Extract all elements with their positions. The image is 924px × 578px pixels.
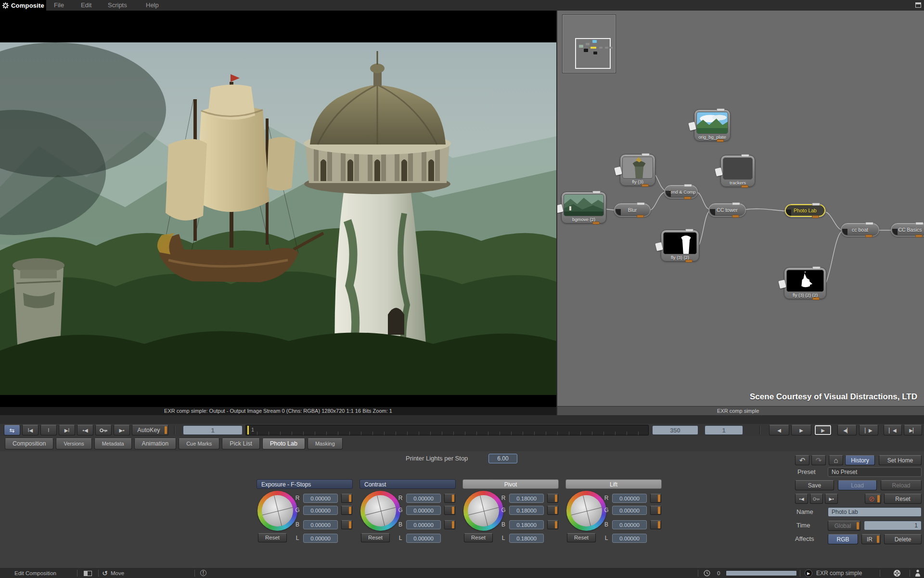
end-frame-field[interactable] [652, 425, 698, 435]
lift-g-field[interactable] [612, 506, 647, 515]
contrast-color-wheel[interactable] [360, 491, 400, 531]
node-output-tab[interactable] [637, 202, 645, 205]
lift-b-anim-button[interactable] [650, 520, 661, 529]
node-fly322[interactable]: fly (3) (2) (2) [784, 267, 826, 299]
tab-pick-list[interactable]: Pick List [222, 438, 260, 449]
prev-keyframe-param-button[interactable]: ▪◀ [795, 494, 808, 504]
tab-metadata[interactable]: Metadata [94, 438, 132, 449]
step-field[interactable] [705, 425, 743, 435]
node-output-tab[interactable] [915, 222, 924, 225]
contrast-reset-button[interactable]: Reset [361, 533, 390, 542]
exposure-l-field[interactable] [303, 534, 338, 543]
tab-photo-lab[interactable]: Photo Lab [262, 438, 305, 449]
menu-help[interactable]: Help [146, 0, 159, 11]
time-mode-button[interactable]: Global [828, 521, 860, 531]
node-output-tab[interactable] [741, 154, 749, 157]
layout-panel-icon[interactable] [84, 571, 92, 576]
next-keyframe-param-button[interactable]: ▶▪ [825, 494, 838, 504]
contrast-b-field[interactable] [406, 520, 441, 529]
disable-node-button[interactable]: ⊘ [865, 494, 881, 504]
name-field[interactable] [828, 507, 922, 517]
set-home-button[interactable]: Set Home [879, 455, 922, 465]
pivot-g-anim-button[interactable] [547, 506, 558, 515]
pivot-r-field[interactable] [509, 494, 544, 503]
autokey-button[interactable]: AutoKey [132, 425, 168, 435]
node-input-tab[interactable] [915, 235, 923, 237]
viewer-panel[interactable]: EXR comp simple: Output - Output Image S… [0, 11, 556, 415]
tab-composition[interactable]: Composition [5, 438, 53, 449]
tab-versions[interactable]: Versions [56, 438, 91, 449]
node-graph-panel[interactable]: orig_bg_plate fly (3) trackers [556, 11, 924, 415]
save-button[interactable]: Save [795, 480, 834, 490]
pivot-b-anim-button[interactable] [547, 520, 558, 529]
exposure-g-anim-button[interactable] [341, 506, 352, 515]
minimap[interactable] [562, 14, 616, 73]
node-trackers[interactable]: trackers [720, 155, 755, 187]
lift-r-field[interactable] [612, 494, 647, 503]
contrast-r-field[interactable] [406, 494, 441, 503]
pivot-g-field[interactable] [509, 506, 544, 515]
delete-button[interactable]: Delete [884, 534, 922, 544]
jump-start-button[interactable]: ▏◀ [884, 425, 902, 435]
node-cc-boat[interactable]: cc boat [841, 223, 879, 236]
contrast-g-anim-button[interactable] [444, 506, 455, 515]
menu-edit[interactable]: Edit [81, 0, 91, 11]
user-icon[interactable] [915, 569, 921, 578]
preset-field[interactable]: No Preset [828, 467, 922, 477]
node-input-tab[interactable] [637, 215, 644, 218]
lift-l-field[interactable] [612, 534, 647, 543]
node-output-tab[interactable] [717, 108, 725, 111]
playhead-cursor[interactable] [247, 426, 249, 434]
node-input-tab[interactable] [684, 197, 691, 199]
reload-button[interactable]: Reload [881, 480, 922, 490]
redo-button[interactable]: ↷ [811, 455, 826, 465]
step-back-button[interactable]: ◀▏ [837, 425, 857, 435]
set-keyframe-param-button[interactable] [810, 494, 823, 504]
node-output-tab[interactable] [812, 266, 821, 269]
set-keyframe-button[interactable] [95, 425, 112, 435]
node-input-tab[interactable] [592, 222, 600, 224]
play-forward-button[interactable]: ▶ [791, 425, 811, 435]
pivot-color-wheel[interactable] [463, 491, 503, 531]
exposure-b-field[interactable] [303, 520, 338, 529]
node-blend-comp[interactable]: Blend & Comp [664, 185, 698, 198]
exposure-header-button[interactable]: Exposure - F-Stops [257, 479, 353, 489]
affects-ir-button[interactable]: IR [861, 534, 881, 544]
goto-in-button[interactable]: I◀ [22, 425, 38, 435]
contrast-g-field[interactable] [406, 506, 441, 515]
contrast-b-anim-button[interactable] [444, 520, 455, 529]
node-photo-lab[interactable]: Photo Lab [784, 204, 826, 217]
tab-animation[interactable]: Animation [134, 438, 177, 449]
node-input-tab[interactable] [685, 260, 693, 263]
pivot-b-field[interactable] [509, 520, 544, 529]
node-output-tab[interactable] [642, 153, 650, 156]
contrast-r-anim-button[interactable] [444, 494, 455, 503]
pivot-reset-button[interactable]: Reset [464, 533, 493, 542]
timeline-ruler[interactable]: 1 [245, 425, 649, 435]
lift-b-field[interactable] [612, 520, 647, 529]
prev-keyframe-button[interactable]: ▪◀ [77, 425, 93, 435]
node-input-tab[interactable] [732, 215, 739, 218]
pivot-header-button[interactable]: Pivot [462, 479, 559, 489]
exposure-reset-button[interactable]: Reset [258, 533, 287, 542]
mark-in-button[interactable]: I [40, 425, 57, 435]
node-reset-button[interactable]: Reset [884, 494, 922, 504]
node-input-tab[interactable] [741, 185, 748, 188]
menu-scripts[interactable]: Scripts [108, 0, 127, 11]
load-button[interactable]: Load [838, 480, 877, 490]
jump-end-button[interactable]: ▶▏ [904, 425, 922, 435]
step-forward-button[interactable]: ▏▶ [859, 425, 878, 435]
lift-g-anim-button[interactable] [650, 506, 661, 515]
node-blur[interactable]: Blur [614, 203, 651, 217]
printer-lights-field[interactable] [488, 454, 517, 463]
lift-reset-button[interactable]: Reset [567, 533, 596, 542]
lift-r-anim-button[interactable] [650, 494, 661, 503]
lift-color-wheel[interactable] [566, 491, 606, 531]
node-input-tab[interactable] [812, 215, 819, 218]
menu-file[interactable]: File [54, 0, 64, 11]
node-input-tab[interactable] [865, 235, 873, 237]
next-keyframe-button[interactable]: ▶▪ [114, 425, 130, 435]
node-output-tab[interactable] [685, 229, 693, 232]
tab-masking[interactable]: Masking [308, 438, 343, 449]
time-value-field[interactable] [864, 521, 922, 530]
